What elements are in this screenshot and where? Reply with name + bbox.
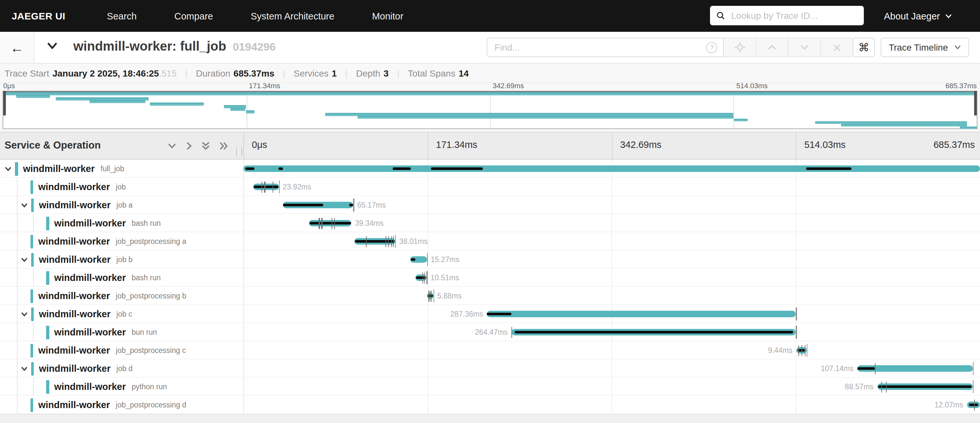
minimap-time-axis: 0μs171.34ms342.69ms514.03ms685.37ms <box>3 81 977 91</box>
info-value: 14 <box>458 68 469 78</box>
span-bar[interactable] <box>512 329 796 336</box>
log-marker-tick <box>393 236 394 247</box>
span-duration-label: 23.92ms <box>283 183 311 191</box>
span-name-cell[interactable]: windmill-workerjob d <box>0 359 243 378</box>
prev-result-button[interactable] <box>756 38 789 57</box>
span-duration-label: 10.51ms <box>431 274 459 281</box>
trace-view-select[interactable]: Trace Timeline <box>881 38 969 57</box>
span-name-cell[interactable]: windmill-workerjob_postprocessing d <box>0 396 243 414</box>
back-button[interactable]: ← <box>0 32 34 63</box>
span-end-tick <box>433 289 434 302</box>
operation-name: bash run <box>132 274 161 281</box>
find-field[interactable]: ? <box>487 38 724 57</box>
span-timeline-cell: 23.92ms <box>243 178 980 196</box>
span-bar[interactable] <box>487 311 796 317</box>
span-name-cell[interactable]: windmill-workerbash run <box>0 269 243 287</box>
chevron-down-icon <box>46 41 59 51</box>
span-expander-chevron-icon[interactable] <box>5 166 12 172</box>
log-marker-tick <box>798 345 799 356</box>
expand-one-button[interactable] <box>186 142 192 151</box>
trace-id-input[interactable] <box>730 10 858 21</box>
child-span-segment <box>411 258 415 261</box>
service-color-bar <box>46 216 49 230</box>
span-name-content: windmill-workerjob_postprocessing a <box>30 232 186 250</box>
span-bar[interactable] <box>410 256 427 263</box>
header-axis-label: 0μs <box>252 140 267 150</box>
span-expander-chevron-icon[interactable] <box>21 202 28 208</box>
span-end-tick <box>796 326 797 339</box>
span-bar[interactable] <box>967 402 980 408</box>
span-name-cell[interactable]: windmill-workerfull_job <box>0 160 243 178</box>
minimap-axis-label: 342.69ms <box>493 82 524 89</box>
collapse-one-button[interactable] <box>167 143 177 149</box>
keyboard-shortcuts-button[interactable]: ⌘ <box>853 38 875 57</box>
service-color-bar <box>30 180 33 194</box>
span-duration-label: 264.47ms <box>475 328 508 336</box>
span-expander-chevron-icon[interactable] <box>21 257 28 262</box>
find-input[interactable] <box>493 41 706 53</box>
tree-guide-line <box>17 196 18 214</box>
span-name-cell[interactable]: windmill-workerjob a <box>0 196 243 214</box>
span-bar[interactable] <box>243 165 980 172</box>
span-bar[interactable] <box>309 220 351 226</box>
span-name-cell[interactable]: windmill-workerjob c <box>0 305 243 323</box>
info-separator: | <box>345 68 348 78</box>
span-bar[interactable] <box>354 238 395 245</box>
help-icon[interactable]: ? <box>706 42 717 53</box>
trace-minimap[interactable] <box>3 91 977 129</box>
span-rows: windmill-workerfull_jobwindmill-workerjo… <box>0 160 980 414</box>
span-name-cell[interactable]: windmill-workerjob <box>0 178 243 196</box>
find-controls: ? <box>487 38 853 57</box>
span-end-tick <box>972 362 974 375</box>
nav-item-search[interactable]: Search <box>107 11 137 21</box>
span-timeline-inner: 10.51ms <box>243 269 980 287</box>
service-name: windmill-worker <box>39 309 111 319</box>
minimap-axis-label: 171.34ms <box>249 82 280 89</box>
trace-id-lookup[interactable] <box>710 6 864 25</box>
nav-item-monitor[interactable]: Monitor <box>372 11 403 21</box>
tree-guide-line <box>33 214 33 232</box>
minimap-span-bar <box>16 95 50 98</box>
span-name-cell[interactable]: windmill-workerbun run <box>0 323 243 341</box>
collapse-all-button[interactable] <box>201 142 210 151</box>
focus-span-button[interactable] <box>724 38 756 57</box>
span-end-tick <box>427 253 428 266</box>
minimap-right-handle[interactable] <box>974 91 977 116</box>
span-timeline-inner: 12.07ms <box>243 396 980 414</box>
span-timeline-inner: 15.27ms <box>243 250 980 269</box>
expand-all-button[interactable] <box>220 142 228 151</box>
operation-name: job_postprocessing a <box>116 237 186 245</box>
header-gridline <box>796 132 797 159</box>
span-name-cell[interactable]: windmill-workerjob_postprocessing b <box>0 287 243 305</box>
search-icon <box>716 11 725 20</box>
span-expander-chevron-icon[interactable] <box>21 366 28 371</box>
trace-summary-expander[interactable] <box>46 41 59 53</box>
clear-search-button[interactable] <box>821 38 853 57</box>
span-name-cell[interactable]: windmill-workerjob b <box>0 250 243 269</box>
expand-collapse-controls <box>167 142 228 151</box>
span-name-cell[interactable]: windmill-workerjob_postprocessing a <box>0 232 243 250</box>
nav-item-system-architecture[interactable]: System Architecture <box>251 11 334 21</box>
info-label: Total Spans <box>408 68 455 78</box>
span-name-cell[interactable]: windmill-workerpython run <box>0 378 243 396</box>
span-name-cell[interactable]: windmill-workerbash run <box>0 214 243 232</box>
nav-item-compare[interactable]: Compare <box>174 11 213 21</box>
span-bar[interactable] <box>283 202 353 208</box>
app-logo[interactable]: JAEGER UI <box>12 10 65 21</box>
span-row: windmill-workerpython run88.57ms <box>0 378 980 396</box>
column-resize-grip[interactable] <box>236 147 242 156</box>
info-label: Services <box>294 68 328 78</box>
log-marker-tick <box>334 218 335 229</box>
about-jaeger-menu[interactable]: About Jaeger <box>884 0 952 32</box>
span-bar[interactable] <box>253 184 279 190</box>
span-row: windmill-workerjob_postprocessing d12.07… <box>0 396 980 414</box>
about-jaeger-label: About Jaeger <box>884 11 940 21</box>
span-bar[interactable] <box>877 383 972 390</box>
next-result-button[interactable] <box>789 38 821 57</box>
span-name-content: windmill-workerjob_postprocessing d <box>30 396 186 414</box>
span-name-cell[interactable]: windmill-workerjob_postprocessing c <box>0 341 243 359</box>
minimap-left-handle[interactable] <box>3 91 6 116</box>
span-timeline-cell: 9.44ms <box>243 341 980 359</box>
span-bar[interactable] <box>415 274 427 281</box>
span-expander-chevron-icon[interactable] <box>21 311 28 317</box>
